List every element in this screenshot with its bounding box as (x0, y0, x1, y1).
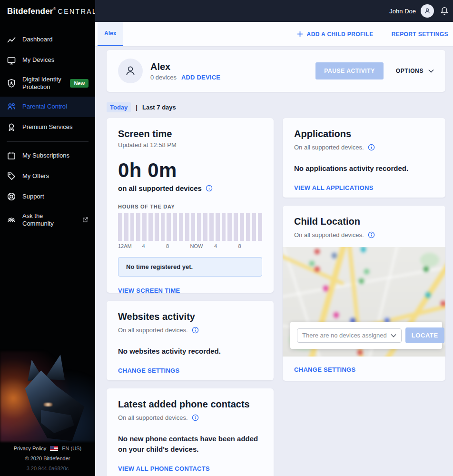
websites-title: Websites activity (118, 311, 262, 322)
identity-shield-icon (7, 79, 16, 88)
view-all-applications-link[interactable]: VIEW ALL APPLICATIONS (294, 184, 434, 191)
contacts-scope: On all supported devices. (118, 414, 188, 421)
sidebar-item-label: Ask the Community (22, 212, 76, 228)
language-selector[interactable]: EN (US) (62, 446, 81, 451)
applications-message: No applications activity recorded. (294, 163, 434, 174)
device-select-placeholder: There are no devices assigned (302, 332, 387, 339)
sidebar-item-support[interactable]: Support (0, 187, 95, 207)
privacy-policy-link[interactable]: Privacy Policy (14, 446, 46, 451)
sidebar-footer: Privacy Policy EN (US) © 2020 Bitdefende… (0, 442, 95, 476)
hour-bar (161, 213, 165, 241)
applications-title: Applications (294, 129, 434, 139)
sidebar-item-label: Support (22, 193, 44, 200)
notifications-bell-icon[interactable] (440, 6, 449, 16)
axis-tick: 8 (166, 243, 169, 249)
child-avatar (118, 59, 143, 83)
lifebuoy-icon (7, 192, 16, 201)
us-flag-icon[interactable] (50, 446, 58, 451)
info-icon[interactable] (368, 231, 375, 238)
main-area: John Doe Alex ADD A CHILD PROFILE R (95, 0, 453, 476)
sidebar-item-my-subscriptions[interactable]: My Subscriptions (0, 146, 95, 166)
locate-button[interactable]: LOCATE (405, 327, 444, 343)
child-location-card: Child Location On all supported devices. (283, 206, 445, 381)
info-icon[interactable] (192, 327, 199, 334)
profile-tabbar: Alex ADD A CHILD PROFILE REPORT SETTINGS (95, 22, 453, 47)
hour-bar (203, 213, 207, 241)
screen-time-updated: Updated at 12:58 PM (118, 141, 262, 149)
sidebar-item-parental-control[interactable]: Parental Control (0, 97, 95, 117)
user-menu[interactable]: John Doe (389, 4, 434, 18)
sidebar-item-my-offers[interactable]: My Offers (0, 166, 95, 187)
info-icon[interactable] (192, 414, 199, 421)
logo-name: Bitdefender (7, 7, 53, 16)
period-last7-button[interactable]: Last 7 days (142, 104, 176, 111)
hour-bar (216, 213, 220, 241)
info-icon[interactable] (206, 185, 213, 192)
version-text: 3.20.944-0a6820c (0, 466, 95, 471)
child-location-scope: On all supported devices. (294, 231, 364, 238)
axis-tick: 4 (142, 243, 145, 249)
bitdefender-logo: Bitdefender®CENTRAL (0, 0, 95, 16)
sidebar-item-my-devices[interactable]: My Devices (0, 50, 95, 70)
sidebar-item-label: My Devices (22, 56, 54, 64)
sidebar-item-dashboard[interactable]: Dashboard (0, 30, 95, 50)
hour-bar (130, 213, 135, 241)
report-settings-label: REPORT SETTINGS (392, 31, 448, 38)
screen-time-axis: 12AM48NOW48 (118, 243, 262, 251)
options-dropdown[interactable]: OPTIONS (396, 68, 434, 74)
child-location-title: Child Location (294, 216, 434, 227)
applications-card: Applications On all supported devices. N… (283, 118, 445, 198)
pause-activity-button[interactable]: PAUSE ACTIVITY (315, 62, 383, 79)
add-child-profile-label: ADD A CHILD PROFILE (307, 31, 374, 38)
logo-suffix: CENTRAL (58, 8, 95, 15)
map-pin (332, 311, 340, 319)
tab-alex[interactable]: Alex (98, 22, 123, 46)
map-pin (315, 249, 320, 254)
add-device-link[interactable]: ADD DEVICE (181, 74, 220, 81)
tag-icon (7, 171, 16, 181)
screen-time-card: Screen time Updated at 12:58 PM 0h 0m on… (107, 118, 274, 293)
user-avatar[interactable] (421, 4, 434, 18)
phone-contacts-card: Latest added phone contacts On all suppo… (107, 388, 274, 476)
child-name: Alex (150, 61, 220, 72)
plus-icon (297, 31, 303, 37)
user-name: John Doe (389, 8, 416, 15)
sidebar-item-digital-identity-protection[interactable]: Digital Identity Protection New (0, 70, 95, 97)
screen-time-scope: on all supported devices (118, 184, 202, 192)
hour-bar (185, 213, 189, 241)
hour-bar (179, 213, 183, 241)
map-pin (359, 278, 364, 284)
hour-bar (167, 213, 171, 241)
websites-scope: On all supported devices. (118, 327, 188, 334)
sidebar-item-label: Digital Identity Protection (22, 76, 64, 91)
copyright-text: © 2020 Bitdefender (0, 456, 95, 461)
content-area: Alex 0 devices ADD DEVICE PAUSE ACTIVITY… (95, 47, 453, 476)
location-change-settings-link[interactable]: CHANGE SETTINGS (294, 366, 434, 373)
hour-bar (173, 213, 177, 241)
hour-bar (142, 213, 147, 241)
options-label: OPTIONS (396, 68, 423, 74)
sidebar-item-label: My Offers (22, 172, 49, 180)
hour-bar (240, 213, 244, 241)
device-select[interactable]: There are no devices assigned (297, 328, 402, 343)
hour-bar (136, 213, 140, 241)
add-child-profile-button[interactable]: ADD A CHILD PROFILE (297, 31, 374, 38)
contacts-title: Latest added phone contacts (118, 399, 262, 410)
view-all-phone-contacts-link[interactable]: VIEW ALL PHONE CONTACTS (118, 465, 262, 472)
info-icon[interactable] (368, 144, 375, 151)
hour-bar (222, 213, 226, 241)
locate-panel: There are no devices assigned LOCATE (290, 322, 442, 349)
websites-activity-card: Websites activity On all supported devic… (107, 301, 274, 380)
sidebar-item-premium-services[interactable]: Premium Services (0, 117, 95, 138)
axis-tick: 12AM (118, 243, 132, 249)
sidebar-item-ask-the-community[interactable]: Ask the Community (0, 207, 95, 233)
hour-bar (118, 213, 122, 241)
axis-tick: NOW (190, 243, 203, 249)
report-settings-button[interactable]: REPORT SETTINGS (392, 31, 448, 38)
view-screen-time-link[interactable]: VIEW SCREEN TIME (118, 287, 262, 293)
sidebar-nav: Dashboard My Devices Digital Identity Pr… (0, 30, 95, 233)
period-today-button[interactable]: Today (107, 102, 131, 112)
axis-tick: 8 (238, 243, 241, 249)
hours-chart-title: HOURS OF THE DAY (118, 204, 262, 209)
websites-change-settings-link[interactable]: CHANGE SETTINGS (118, 367, 262, 374)
